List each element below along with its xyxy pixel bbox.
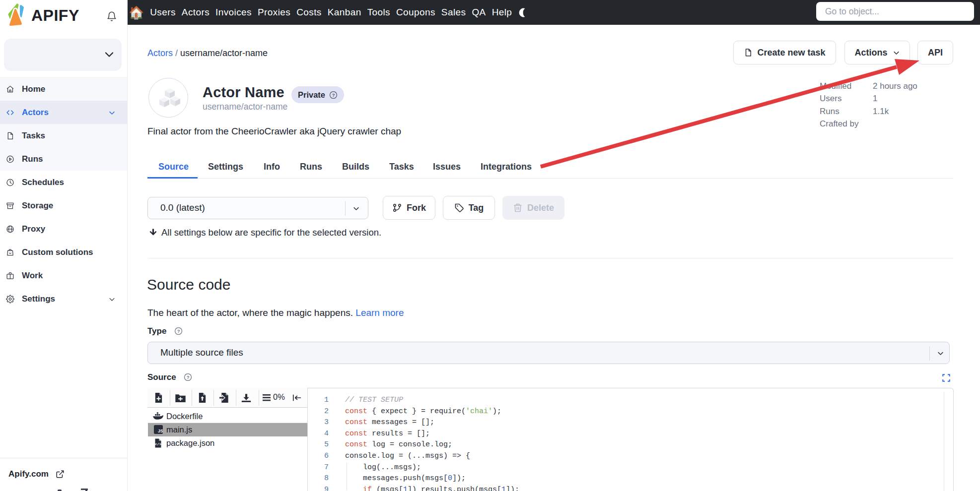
svg-text:?: ? xyxy=(332,92,335,97)
svg-text:?: ? xyxy=(187,375,190,380)
svg-text:?: ? xyxy=(177,329,180,334)
svg-text:JS: JS xyxy=(158,429,163,433)
svg-text:</>: </> xyxy=(155,442,162,446)
